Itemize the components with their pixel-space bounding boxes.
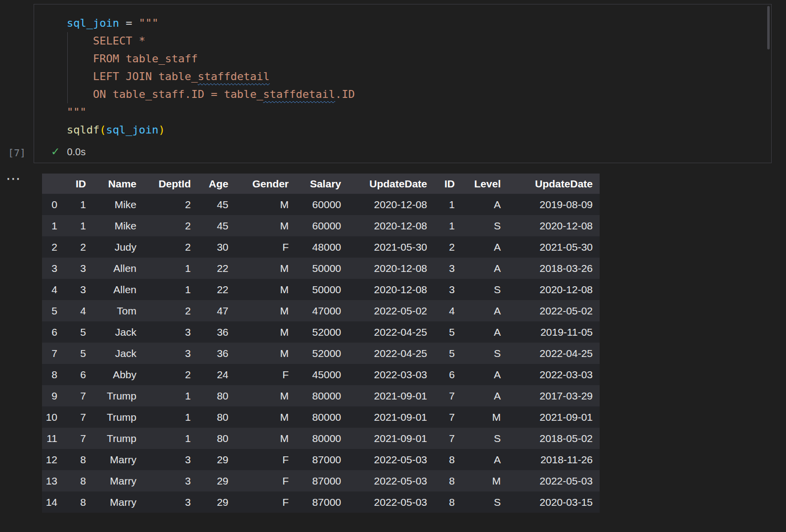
table-cell: 3: [434, 279, 462, 300]
column-header: ID: [434, 174, 462, 194]
code-cell[interactable]: sql_join = """ SELECT * FROM table_staff…: [34, 4, 772, 163]
table-cell: 2018-03-26: [508, 258, 600, 279]
code-token: .ID: [335, 88, 355, 100]
table-cell: 2022-05-03: [348, 470, 434, 491]
table-cell: 2022-05-03: [348, 491, 434, 513]
table-cell: 3: [143, 343, 198, 364]
code-token: """: [139, 17, 159, 29]
scrollbar-thumb[interactable]: [767, 6, 770, 49]
table-cell: 80000: [296, 428, 348, 449]
table-cell: 8: [64, 449, 93, 470]
table-cell: A: [462, 236, 508, 258]
column-header: Level: [462, 174, 508, 194]
table-cell: Allen: [93, 279, 143, 300]
table-cell: 1: [143, 258, 198, 279]
table-cell: 2019-08-09: [508, 194, 600, 215]
table-cell: F: [235, 236, 296, 258]
table-row: 22Judy230F480002021-05-302A2021-05-30: [42, 236, 600, 258]
table-cell: 1: [143, 279, 198, 300]
code-line[interactable]: ON table_staff.ID = table_staffdetail.ID: [67, 86, 355, 103]
table-cell: A: [462, 449, 508, 470]
table-cell: 45: [198, 194, 235, 215]
table-cell: F: [235, 470, 296, 491]
code-line[interactable]: FROM table_staff: [67, 50, 355, 68]
table-cell: 8: [64, 491, 93, 513]
table-cell: 2020-12-08: [348, 215, 434, 236]
more-actions-icon[interactable]: ⋯: [6, 171, 21, 186]
code-line[interactable]: """: [67, 103, 355, 121]
table-cell: 52000: [296, 343, 348, 364]
table-cell: M: [235, 321, 296, 343]
column-header: UpdateDate: [348, 174, 434, 194]
code-editor[interactable]: sql_join = """ SELECT * FROM table_staff…: [67, 14, 355, 139]
table-cell: A: [462, 300, 508, 321]
table-cell: 36: [198, 343, 235, 364]
code-token: staffdetail: [263, 88, 335, 100]
table-cell: 22: [198, 258, 235, 279]
column-header: [42, 174, 64, 194]
table-cell: M: [235, 279, 296, 300]
column-header: Salary: [296, 174, 348, 194]
code-token: sqldf: [67, 124, 99, 136]
table-cell: 12: [42, 449, 64, 470]
table-cell: 2021-05-30: [348, 236, 434, 258]
code-line[interactable]: sql_join = """: [67, 14, 355, 32]
table-cell: 2022-04-25: [348, 321, 434, 343]
table-cell: 2017-03-29: [508, 385, 600, 406]
table-row: 11Mike245M600002020-12-081S2020-12-08: [42, 215, 600, 236]
table-cell: 22: [198, 279, 235, 300]
table-cell: 2020-03-15: [508, 491, 600, 513]
table-cell: 4: [42, 279, 64, 300]
table-cell: 2022-05-03: [508, 470, 600, 491]
table-cell: 29: [198, 491, 235, 513]
table-cell: 3: [143, 449, 198, 470]
table-cell: 3: [42, 258, 64, 279]
table-cell: 2020-12-08: [348, 258, 434, 279]
table-cell: 1: [143, 385, 198, 406]
table-cell: 2020-12-08: [348, 194, 434, 215]
table-row: 148Marry329F870002022-05-038S2020-03-15: [42, 491, 600, 513]
table-cell: 2022-04-25: [348, 343, 434, 364]
code-line[interactable]: LEFT JOIN table_staffdetail: [67, 68, 355, 86]
code-line[interactable]: SELECT *: [67, 32, 355, 50]
code-token: sql_join: [67, 17, 119, 29]
table-cell: Abby: [93, 364, 143, 385]
table-cell: 10: [42, 406, 64, 428]
table-cell: F: [235, 491, 296, 513]
table-cell: Allen: [93, 258, 143, 279]
table-body: 01Mike245M600002020-12-081A2019-08-0911M…: [42, 194, 600, 513]
table-row: 43Allen122M500002020-12-083S2020-12-08: [42, 279, 600, 300]
table-cell: 1: [42, 215, 64, 236]
table-cell: Trump: [93, 406, 143, 428]
table-cell: A: [462, 194, 508, 215]
table-cell: Judy: [93, 236, 143, 258]
code-token: ON table_staff.ID = table_: [67, 88, 263, 100]
table-cell: 3: [64, 279, 93, 300]
table-cell: 2022-05-03: [348, 449, 434, 470]
table-cell: 11: [42, 428, 64, 449]
table-cell: 2022-05-02: [508, 300, 600, 321]
table-row: 107Trump180M800002021-09-017M2021-09-01: [42, 406, 600, 428]
table-row: 54Tom247M470002022-05-024A2022-05-02: [42, 300, 600, 321]
table-row: 33Allen122M500002020-12-083A2018-03-26: [42, 258, 600, 279]
table-cell: M: [235, 194, 296, 215]
code-token: =: [119, 17, 139, 29]
table-cell: 2022-04-25: [508, 343, 600, 364]
table-cell: 5: [64, 343, 93, 364]
table-cell: 2: [143, 236, 198, 258]
table-cell: 2022-03-03: [348, 364, 434, 385]
table-cell: 4: [434, 300, 462, 321]
table-cell: Marry: [93, 491, 143, 513]
table-cell: 6: [64, 364, 93, 385]
table-cell: M: [235, 428, 296, 449]
code-token: sql_join: [106, 124, 158, 136]
table-cell: M: [462, 406, 508, 428]
table-cell: 1: [143, 428, 198, 449]
table-cell: 7: [64, 428, 93, 449]
table-cell: Mike: [93, 194, 143, 215]
table-cell: F: [235, 364, 296, 385]
code-line[interactable]: sqldf(sql_join): [67, 121, 355, 139]
header-row: IDNameDeptIdAgeGenderSalaryUpdateDateIDL…: [42, 174, 600, 194]
table-cell: 3: [434, 258, 462, 279]
table-cell: F: [235, 449, 296, 470]
